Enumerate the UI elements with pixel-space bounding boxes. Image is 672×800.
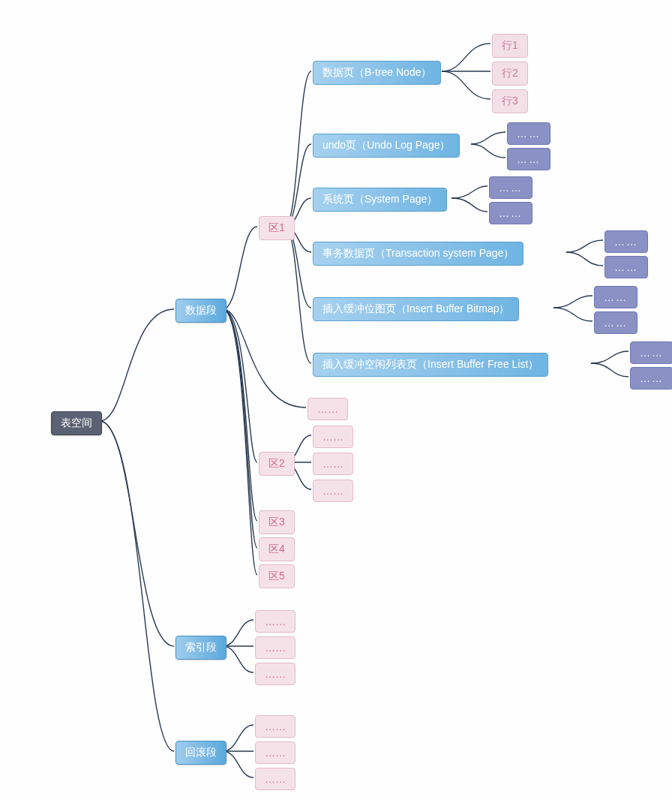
segment-rollback[interactable]: 回滚段: [176, 741, 226, 765]
index-child-1: ……: [255, 610, 296, 633]
page-btree-label: 数据页（B-tree Node）: [322, 66, 431, 80]
ellipsis-text: ……: [265, 642, 286, 654]
ellipsis-text: ……: [640, 372, 664, 384]
txn-leaf-2: ……: [604, 256, 648, 278]
mindmap-canvas: 表空间 数据段 索引段 回滚段 区1 …… 区2 区3 区4 区5 数据页（B-…: [15, 15, 660, 795]
row-2[interactable]: 行2: [492, 62, 528, 86]
index-child-2: ……: [255, 636, 296, 659]
ellipsis-text: ……: [640, 347, 664, 359]
ibb-leaf-2: ……: [594, 311, 638, 334]
page-ibfl-label: 插入缓冲空闲列表页（Insert Buffer Free List）: [322, 358, 538, 371]
zone-5-label: 区5: [268, 570, 285, 583]
ellipsis-text: ……: [265, 773, 286, 785]
rollback-child-3: ……: [255, 768, 296, 790]
zone-4-label: 区4: [268, 543, 285, 556]
txn-leaf-1: ……: [604, 230, 648, 253]
root-tablespace[interactable]: 表空间: [51, 411, 102, 435]
zone-5[interactable]: 区5: [259, 564, 295, 588]
rollback-child-1: ……: [255, 715, 296, 738]
row-3[interactable]: 行3: [492, 89, 528, 113]
zone-2-label: 区2: [268, 457, 285, 471]
segment-index[interactable]: 索引段: [176, 636, 226, 660]
root-label: 表空间: [61, 417, 92, 430]
data-seg-ellipsis: ……: [308, 398, 348, 420]
ellipsis-text: ……: [614, 236, 638, 248]
ellipsis-text: ……: [322, 458, 344, 470]
row-1[interactable]: 行1: [492, 34, 528, 58]
segment-rollback-label: 回滚段: [185, 746, 217, 759]
zone-3[interactable]: 区3: [259, 510, 295, 534]
ellipsis-text: ……: [604, 317, 628, 329]
rollback-child-2: ……: [255, 741, 296, 764]
page-system-label: 系统页（System Page）: [322, 193, 437, 206]
segment-data[interactable]: 数据段: [176, 299, 226, 323]
ibfl-leaf-2: ……: [630, 367, 672, 389]
undo-leaf-1: ……: [507, 122, 550, 145]
page-ibfl[interactable]: 插入缓冲空闲列表页（Insert Buffer Free List）: [313, 353, 548, 377]
row-1-label: 行1: [502, 39, 518, 53]
ellipsis-text: ……: [265, 747, 286, 759]
zone2-child-1: ……: [313, 426, 353, 448]
ellipsis-text: ……: [517, 128, 541, 140]
ellipsis-text: ……: [322, 485, 344, 497]
zone-3-label: 区3: [268, 516, 285, 529]
zone-1[interactable]: 区1: [259, 216, 295, 240]
ibfl-leaf-1: ……: [630, 341, 672, 364]
page-undo[interactable]: undo页（Undo Log Page）: [313, 134, 460, 158]
ellipsis-text: ……: [265, 668, 286, 680]
ellipsis-text: ……: [499, 207, 523, 219]
ellipsis-text: ……: [499, 182, 523, 194]
ellipsis-text: ……: [604, 291, 628, 303]
ellipsis-text: ……: [265, 615, 286, 627]
undo-leaf-2: ……: [507, 148, 550, 170]
system-leaf-2: ……: [489, 202, 532, 224]
ibb-leaf-1: ……: [594, 286, 638, 308]
page-btree[interactable]: 数据页（B-tree Node）: [313, 61, 441, 85]
ellipsis-text: ……: [614, 261, 638, 273]
ellipsis-text: ……: [517, 153, 541, 165]
segment-data-label: 数据段: [185, 304, 217, 317]
page-txn-label: 事务数据页（Transaction system Page）: [322, 247, 514, 260]
ellipsis-text: ……: [317, 403, 338, 415]
zone-1-label: 区1: [268, 221, 285, 235]
segment-index-label: 索引段: [185, 641, 217, 654]
row-2-label: 行2: [502, 67, 518, 80]
system-leaf-1: ……: [489, 176, 532, 199]
page-txn[interactable]: 事务数据页（Transaction system Page）: [313, 242, 524, 266]
ellipsis-text: ……: [265, 720, 286, 732]
zone-2[interactable]: 区2: [259, 452, 295, 476]
page-ibb-label: 插入缓冲位图页（Insert Buffer Bitmap）: [322, 302, 509, 316]
page-ibb[interactable]: 插入缓冲位图页（Insert Buffer Bitmap）: [313, 297, 519, 321]
zone2-child-2: ……: [313, 453, 353, 475]
zone2-child-3: ……: [313, 480, 353, 502]
zone-4[interactable]: 区4: [259, 537, 295, 561]
ellipsis-text: ……: [322, 431, 344, 443]
row-3-label: 行3: [502, 95, 518, 108]
page-system[interactable]: 系统页（System Page）: [313, 188, 447, 212]
index-child-3: ……: [255, 663, 296, 685]
page-undo-label: undo页（Undo Log Page）: [322, 139, 450, 152]
